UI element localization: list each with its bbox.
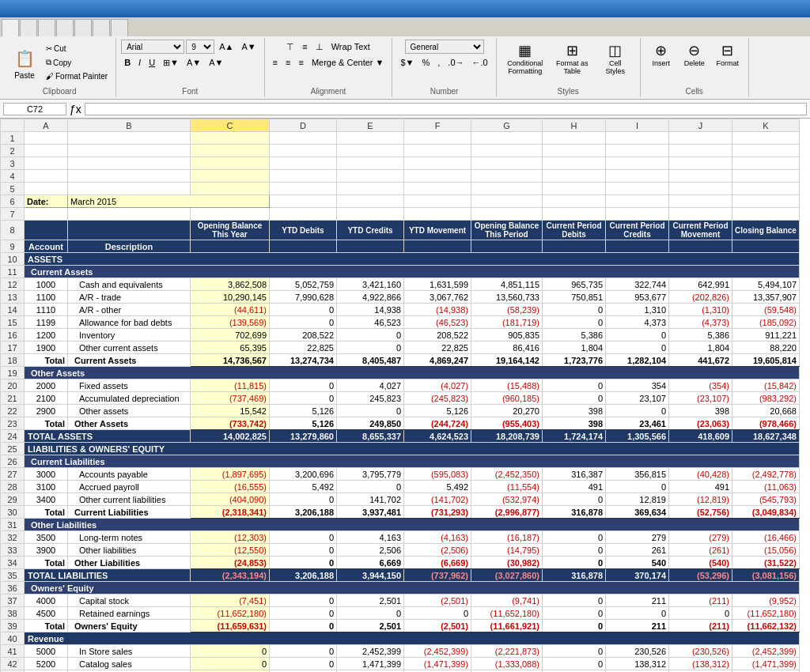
- table-cell[interactable]: [404, 145, 471, 157]
- bold-button[interactable]: B: [121, 55, 134, 70]
- table-cell[interactable]: 3,421,160: [337, 278, 404, 291]
- table-cell[interactable]: (11,659,631): [191, 620, 270, 632]
- percent-button[interactable]: %: [418, 55, 433, 70]
- table-cell[interactable]: 1110: [25, 304, 68, 316]
- table-cell[interactable]: 208,522: [404, 329, 471, 342]
- table-cell[interactable]: (11,554): [471, 481, 543, 493]
- table-cell[interactable]: (15,056): [732, 544, 800, 557]
- table-cell[interactable]: 5,052,759: [270, 278, 337, 291]
- col-header-d[interactable]: D: [270, 119, 337, 132]
- table-cell[interactable]: 2900: [25, 405, 68, 417]
- table-cell[interactable]: 5,494,107: [732, 278, 800, 291]
- table-cell[interactable]: 0: [270, 379, 337, 392]
- table-cell[interactable]: 5,492: [404, 481, 471, 493]
- middle-align-button[interactable]: ≡: [299, 40, 310, 54]
- table-cell[interactable]: Fixed assets: [68, 379, 191, 392]
- table-cell[interactable]: 13,560,733: [471, 291, 543, 304]
- table-cell[interactable]: 20,270: [471, 405, 543, 417]
- table-cell[interactable]: [606, 183, 669, 195]
- table-cell[interactable]: 0: [270, 392, 337, 405]
- table-cell[interactable]: 702,699: [191, 329, 270, 342]
- table-cell[interactable]: [191, 170, 270, 183]
- table-cell[interactable]: 0: [270, 304, 337, 316]
- table-cell[interactable]: 750,851: [543, 291, 606, 304]
- table-cell[interactable]: [270, 208, 337, 221]
- table-cell[interactable]: 398: [543, 417, 606, 430]
- table-cell[interactable]: 0: [543, 620, 606, 632]
- underline-button[interactable]: U: [146, 55, 158, 70]
- col-header-j[interactable]: J: [669, 119, 732, 132]
- table-cell[interactable]: Closing Balance: [732, 221, 800, 240]
- tab-formulas[interactable]: [56, 19, 74, 36]
- table-cell[interactable]: YTD Credits: [337, 221, 404, 240]
- table-cell[interactable]: 0: [191, 645, 270, 658]
- table-cell[interactable]: (983,292): [732, 392, 800, 405]
- table-cell[interactable]: 65,395: [191, 342, 270, 354]
- table-cell[interactable]: 5000: [25, 645, 68, 658]
- table-cell[interactable]: (11,661,921): [471, 620, 543, 632]
- table-cell[interactable]: (31,522): [732, 557, 800, 569]
- table-cell[interactable]: [270, 132, 337, 145]
- table-cell[interactable]: (14,795): [471, 544, 543, 557]
- table-cell[interactable]: 15,542: [191, 405, 270, 417]
- center-align-button[interactable]: ≡: [282, 55, 293, 70]
- table-cell[interactable]: 0: [543, 607, 606, 620]
- table-cell[interactable]: 0: [270, 316, 337, 329]
- table-cell[interactable]: [25, 170, 68, 183]
- table-cell[interactable]: 0: [270, 493, 337, 506]
- table-cell[interactable]: (211): [669, 595, 732, 607]
- table-cell[interactable]: (2,452,399): [732, 645, 800, 658]
- table-cell[interactable]: 13,274,734: [270, 354, 337, 367]
- table-cell[interactable]: [191, 132, 270, 145]
- table-cell[interactable]: 19,164,142: [471, 354, 543, 367]
- table-cell[interactable]: 8,655,337: [337, 430, 404, 443]
- table-cell[interactable]: [471, 195, 543, 208]
- table-cell[interactable]: (4,163): [404, 531, 471, 544]
- cell-styles-button[interactable]: ◫ Cell Styles: [596, 40, 635, 77]
- table-cell[interactable]: (11,652,180): [471, 607, 543, 620]
- table-cell[interactable]: 4000: [25, 595, 68, 607]
- format-painter-button[interactable]: 🖌 Format Painter: [43, 70, 111, 82]
- paste-button[interactable]: 📋 Paste: [8, 43, 41, 82]
- table-cell[interactable]: 0: [270, 557, 337, 569]
- table-cell[interactable]: [669, 195, 732, 208]
- table-cell[interactable]: (3,081,156): [732, 569, 800, 582]
- table-cell[interactable]: 1,631,599: [404, 278, 471, 291]
- table-cell[interactable]: 3,206,188: [270, 506, 337, 519]
- top-align-button[interactable]: ⊤: [283, 40, 297, 54]
- table-cell[interactable]: (138,312): [669, 658, 732, 670]
- increase-decimal-button[interactable]: .0→: [445, 55, 467, 70]
- table-cell[interactable]: (404,090): [191, 493, 270, 506]
- table-cell[interactable]: 46,523: [337, 316, 404, 329]
- table-cell[interactable]: Total: [25, 557, 68, 569]
- table-cell[interactable]: [669, 208, 732, 221]
- table-cell[interactable]: [191, 208, 270, 221]
- table-cell[interactable]: [68, 157, 191, 170]
- table-cell[interactable]: (545,793): [732, 493, 800, 506]
- table-cell[interactable]: 1,804: [669, 342, 732, 354]
- table-cell[interactable]: 398: [543, 405, 606, 417]
- table-cell[interactable]: (24,853): [191, 557, 270, 569]
- table-cell[interactable]: 4,851,115: [471, 278, 543, 291]
- table-cell[interactable]: [25, 183, 68, 195]
- table-cell[interactable]: [471, 183, 543, 195]
- table-cell[interactable]: (1,471,399): [732, 658, 800, 670]
- table-cell[interactable]: (12,303): [191, 531, 270, 544]
- table-cell[interactable]: (354): [669, 379, 732, 392]
- table-cell[interactable]: 211: [606, 620, 669, 632]
- col-header-a[interactable]: A: [25, 119, 68, 132]
- right-align-button[interactable]: ≡: [295, 55, 306, 70]
- table-cell[interactable]: [606, 170, 669, 183]
- table-cell[interactable]: 0: [606, 405, 669, 417]
- table-cell[interactable]: (11,652,180): [732, 607, 800, 620]
- table-cell[interactable]: (6,669): [404, 557, 471, 569]
- spreadsheet-container[interactable]: A B C D E F G H I J K 123456Date:March 2…: [0, 119, 810, 672]
- format-as-table-button[interactable]: ⊞ Format as Table: [551, 40, 594, 77]
- table-cell[interactable]: 3500: [25, 531, 68, 544]
- table-cell[interactable]: [543, 240, 606, 253]
- table-cell[interactable]: 0: [543, 316, 606, 329]
- table-cell[interactable]: Other liabilities: [68, 544, 191, 557]
- table-cell[interactable]: 316,878: [543, 506, 606, 519]
- table-cell[interactable]: Retained earnings: [68, 607, 191, 620]
- table-cell[interactable]: [270, 145, 337, 157]
